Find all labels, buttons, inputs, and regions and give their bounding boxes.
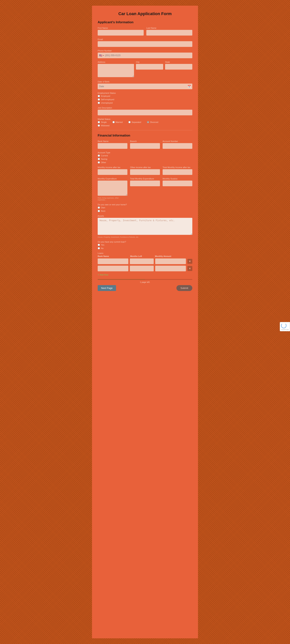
address-input[interactable] (98, 64, 134, 77)
form-title: Car Loan Application Form (98, 11, 192, 16)
branch-label: Branch (130, 140, 160, 142)
expenditure-row: Monthly Expenditure Rent, living expense… (98, 178, 192, 201)
state-group: State (165, 61, 192, 78)
rent-radio[interactable] (98, 210, 100, 212)
loan-2-amount[interactable] (155, 266, 186, 271)
bank-name-input[interactable] (98, 143, 127, 149)
account-current-radio[interactable] (98, 154, 100, 157)
account-current-label: Current (101, 154, 108, 157)
phone-input[interactable] (105, 54, 191, 57)
current-loan-group: Do you have any current loan? Yes No (98, 241, 192, 250)
next-page-button[interactable]: Next Page (98, 285, 116, 291)
calendar-icon[interactable]: 📅 (188, 85, 191, 88)
branch-input[interactable] (130, 143, 160, 149)
progress-bar (98, 279, 145, 280)
account-other-label: Other (101, 161, 106, 164)
current-loan-no-radio[interactable] (98, 247, 100, 250)
employment-self-employed[interactable]: Self-employed (98, 98, 192, 100)
add-row-label: Add Row (100, 274, 108, 276)
email-label: Email (98, 38, 192, 40)
section-divider (98, 130, 192, 130)
own-rent-options: Own Rent (98, 206, 192, 212)
marital-divorced-label: Divorced (150, 121, 158, 123)
monthly-income-input[interactable] (98, 169, 127, 175)
account-number-input[interactable] (163, 143, 192, 149)
dob-label: Date of Birth: (98, 80, 192, 83)
loans-group: Loans Bank Name Months Left Monthly Amou… (98, 252, 192, 276)
assets-input[interactable] (98, 218, 192, 235)
loan-1-months[interactable] (130, 258, 154, 264)
total-income-input[interactable] (163, 169, 192, 175)
own-option[interactable]: Own (98, 206, 192, 209)
employment-self-employed-label: Self-employed (101, 98, 114, 100)
account-saving-radio[interactable] (98, 158, 100, 160)
employment-unemployed[interactable]: Unemployed (98, 102, 192, 104)
employment-unemployed-radio[interactable] (98, 102, 100, 104)
page-info: 1 page left. (98, 281, 192, 283)
address-group: Address (98, 61, 134, 78)
marital-separated-radio[interactable] (128, 121, 131, 123)
bank-name-label: Bank Name (98, 140, 127, 142)
marital-divorced[interactable]: Divorced (147, 121, 158, 123)
marital-divorced-radio[interactable] (147, 121, 149, 123)
form-container: Car Loan Application Form Applicant's In… (92, 6, 198, 638)
last-name-label: Last Name (146, 27, 192, 29)
add-row-button[interactable]: + Add Row (98, 273, 108, 276)
account-number-group: Account Number (163, 140, 192, 149)
current-loan-yes-radio[interactable] (98, 244, 100, 246)
loan-1-delete-button[interactable]: ✕ (187, 259, 192, 264)
first-name-input[interactable] (98, 30, 144, 36)
marital-widowed[interactable]: Widowed (98, 124, 109, 127)
monthly-surplus-input[interactable] (163, 180, 192, 186)
last-name-input[interactable] (146, 30, 192, 36)
marital-widowed-radio[interactable] (98, 124, 100, 127)
first-name-label: First Name (98, 27, 144, 29)
own-radio[interactable] (98, 206, 100, 209)
loan-2-bank[interactable] (98, 266, 128, 271)
state-label: State (165, 61, 192, 63)
marital-married[interactable]: Married (112, 121, 123, 123)
marital-married-radio[interactable] (112, 121, 115, 123)
account-other-radio[interactable] (98, 161, 100, 164)
loan-2-months[interactable] (130, 266, 154, 271)
marital-single[interactable]: Single (98, 121, 107, 123)
job-input[interactable] (98, 110, 192, 115)
loan-1-bank[interactable] (98, 258, 128, 264)
loan-2-delete-button[interactable]: ✕ (187, 266, 192, 271)
rent-option[interactable]: Rent (98, 210, 192, 212)
loan-1-amount[interactable] (155, 258, 186, 264)
employment-employed-radio[interactable] (98, 95, 100, 97)
date-wrapper: 📅 (98, 84, 192, 89)
monthly-surplus-group: Monthly Surplus (163, 178, 192, 201)
marital-single-radio[interactable] (98, 121, 100, 123)
account-current[interactable]: Current (98, 154, 192, 157)
total-expenditure-label: Total Monthly Expenditure (130, 178, 160, 180)
last-name-group: Last Name (146, 27, 192, 36)
employment-self-employed-radio[interactable] (98, 98, 100, 100)
employment-employed[interactable]: Employed (98, 95, 192, 97)
state-input[interactable] (165, 64, 192, 70)
phone-group: Phone Number 🇺🇸 • (98, 50, 192, 58)
marital-separated[interactable]: Separated (128, 121, 141, 123)
assets-group: Assets House, Property, Investment, Furn… (98, 215, 192, 238)
recaptcha-icon (281, 323, 286, 328)
current-loan-options: Yes No (98, 244, 192, 250)
marital-label: Marital Status (98, 118, 192, 120)
other-income-group: Other income after tax (130, 166, 160, 175)
bank-row: Bank Name Branch Account Number (98, 140, 192, 149)
account-other[interactable]: Other (98, 161, 192, 164)
address-label: Address (98, 61, 134, 63)
other-income-input[interactable] (130, 169, 160, 175)
other-income-label: Other income after tax (130, 166, 160, 168)
current-loan-no[interactable]: No (98, 247, 192, 250)
monthly-expenditure-input[interactable] (98, 180, 127, 196)
account-saving[interactable]: Saving (98, 158, 192, 160)
submit-button[interactable]: Submit (176, 285, 192, 291)
email-input[interactable] (98, 41, 192, 47)
monthly-income-group: Monthly income after tax (98, 166, 127, 175)
employment-employed-label: Employed (101, 95, 110, 97)
total-expenditure-input[interactable] (130, 180, 160, 186)
city-input[interactable] (136, 64, 163, 70)
current-loan-yes[interactable]: Yes (98, 244, 192, 246)
dob-input[interactable] (99, 85, 186, 88)
